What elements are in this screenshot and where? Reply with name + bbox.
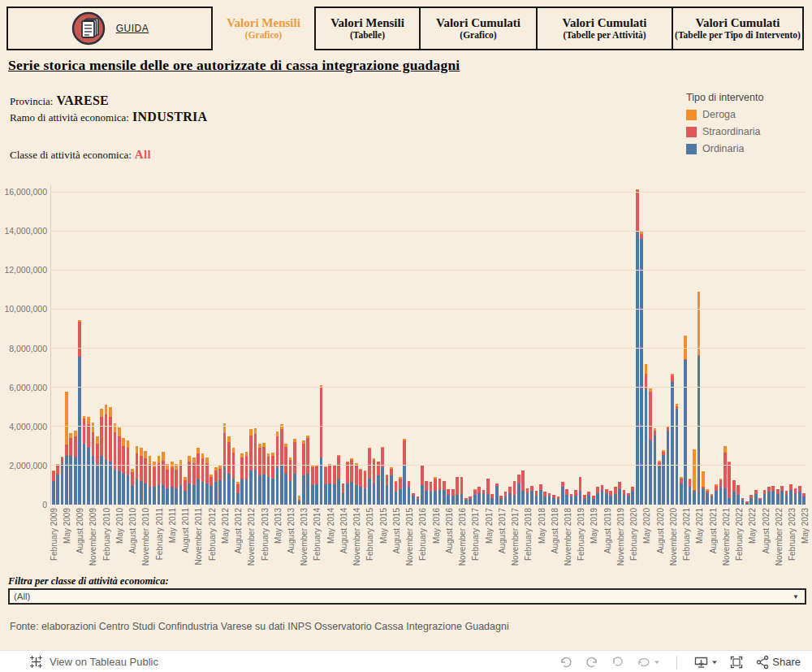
- bar-segment-straordinaria[interactable]: [508, 487, 512, 492]
- bar-segment-deroga[interactable]: [96, 436, 99, 444]
- bar-month-stack[interactable]: [802, 493, 806, 505]
- bar-segment-ordinaria[interactable]: [105, 460, 108, 505]
- bar-segment-ordinaria[interactable]: [517, 483, 520, 505]
- legend-item-straordinaria[interactable]: Straordinaria: [686, 126, 808, 137]
- bar-month-stack[interactable]: [464, 498, 468, 505]
- bar-segment-ordinaria[interactable]: [56, 475, 59, 505]
- bar-segment-ordinaria[interactable]: [118, 471, 121, 505]
- bar-segment-ordinaria[interactable]: [166, 488, 169, 505]
- bar-month-stack[interactable]: [315, 465, 318, 505]
- bar-month-stack[interactable]: [565, 489, 568, 505]
- bar-month-stack[interactable]: [605, 489, 608, 505]
- tab-valori-mensili-tabelle[interactable]: Valori Mensili (Tabelle): [314, 7, 421, 50]
- bar-segment-straordinaria[interactable]: [122, 446, 125, 474]
- bar-segment-straordinaria[interactable]: [399, 479, 402, 489]
- bar-segment-ordinaria[interactable]: [535, 496, 538, 505]
- bar-month-stack[interactable]: [227, 436, 231, 505]
- bar-month-stack[interactable]: [218, 466, 222, 505]
- view-on-tableau-link[interactable]: View on Tableau Public: [50, 656, 158, 668]
- bar-segment-ordinaria[interactable]: [530, 491, 533, 505]
- bar-segment-ordinaria[interactable]: [158, 485, 161, 505]
- bar-segment-straordinaria[interactable]: [333, 466, 336, 484]
- bar-segment-straordinaria[interactable]: [443, 481, 446, 490]
- bar-segment-ordinaria[interactable]: [83, 444, 86, 505]
- bar-month-stack[interactable]: [201, 453, 205, 505]
- bar-segment-straordinaria[interactable]: [430, 482, 433, 492]
- bar-segment-straordinaria[interactable]: [425, 481, 428, 491]
- refresh-icon[interactable]: [637, 655, 660, 670]
- bar-month-stack[interactable]: [417, 496, 420, 505]
- bar-month-stack[interactable]: [583, 495, 586, 505]
- bar-segment-deroga[interactable]: [693, 449, 696, 491]
- bar-segment-straordinaria[interactable]: [614, 487, 617, 493]
- bar-segment-straordinaria[interactable]: [214, 470, 218, 482]
- bar-segment-deroga[interactable]: [74, 431, 77, 436]
- bar-segment-ordinaria[interactable]: [109, 462, 112, 505]
- bar-segment-straordinaria[interactable]: [671, 375, 674, 381]
- bar-segment-ordinaria[interactable]: [592, 499, 595, 505]
- bar-segment-ordinaria[interactable]: [754, 494, 758, 505]
- bar-segment-straordinaria[interactable]: [192, 463, 196, 485]
- bar-month-stack[interactable]: [144, 451, 147, 505]
- bar-month-stack[interactable]: [390, 467, 393, 505]
- bar-segment-ordinaria[interactable]: [548, 496, 551, 505]
- bar-month-stack[interactable]: [587, 492, 590, 505]
- bar-segment-ordinaria[interactable]: [245, 479, 248, 505]
- bar-segment-straordinaria[interactable]: [359, 470, 362, 488]
- bar-month-stack[interactable]: [395, 481, 398, 505]
- bar-month-stack[interactable]: [719, 479, 723, 505]
- bar-month-stack[interactable]: [456, 477, 459, 505]
- bar-segment-straordinaria[interactable]: [236, 484, 240, 493]
- bar-segment-ordinaria[interactable]: [127, 475, 130, 505]
- bar-month-stack[interactable]: [698, 292, 701, 505]
- bar-segment-ordinaria[interactable]: [412, 496, 415, 505]
- bar-segment-ordinaria[interactable]: [403, 466, 406, 505]
- bar-month-stack[interactable]: [355, 463, 358, 505]
- bar-segment-ordinaria[interactable]: [456, 495, 459, 505]
- bar-month-stack[interactable]: [798, 486, 801, 505]
- bar-segment-ordinaria[interactable]: [271, 479, 274, 505]
- bar-segment-ordinaria[interactable]: [417, 499, 420, 505]
- bar-month-stack[interactable]: [693, 449, 696, 505]
- bar-segment-ordinaria[interactable]: [702, 488, 705, 505]
- bar-segment-ordinaria[interactable]: [421, 485, 424, 505]
- bar-segment-ordinaria[interactable]: [114, 470, 117, 505]
- bar-segment-ordinaria[interactable]: [521, 491, 525, 505]
- bar-segment-ordinaria[interactable]: [667, 431, 670, 505]
- bar-segment-ordinaria[interactable]: [52, 481, 55, 505]
- bar-segment-ordinaria[interactable]: [645, 389, 648, 505]
- bar-month-stack[interactable]: [346, 462, 349, 505]
- bar-month-stack[interactable]: [114, 423, 117, 505]
- bar-segment-straordinaria[interactable]: [171, 467, 174, 487]
- bar-segment-ordinaria[interactable]: [758, 500, 762, 505]
- bar-segment-ordinaria[interactable]: [798, 492, 801, 505]
- bar-segment-ordinaria[interactable]: [649, 440, 652, 505]
- bar-segment-ordinaria[interactable]: [364, 488, 367, 505]
- download-icon[interactable]: [693, 655, 718, 670]
- bar-segment-ordinaria[interactable]: [333, 484, 336, 505]
- bar-month-stack[interactable]: [557, 496, 560, 505]
- bar-month-stack[interactable]: [521, 470, 525, 505]
- bar-segment-ordinaria[interactable]: [315, 484, 318, 505]
- bar-segment-ordinaria[interactable]: [346, 483, 349, 505]
- bar-segment-straordinaria[interactable]: [74, 436, 77, 458]
- bar-segment-ordinaria[interactable]: [355, 485, 358, 505]
- bar-month-stack[interactable]: [412, 493, 415, 505]
- bar-segment-ordinaria[interactable]: [513, 495, 516, 505]
- bar-month-stack[interactable]: [645, 364, 648, 505]
- bar-segment-ordinaria[interactable]: [430, 492, 433, 505]
- bar-segment-ordinaria[interactable]: [267, 477, 270, 505]
- bar-segment-straordinaria[interactable]: [798, 486, 801, 492]
- bar-segment-ordinaria[interactable]: [240, 479, 244, 505]
- bar-segment-ordinaria[interactable]: [785, 495, 788, 505]
- bar-segment-ordinaria[interactable]: [324, 484, 327, 505]
- undo-icon[interactable]: [559, 655, 573, 670]
- bar-month-stack[interactable]: [495, 483, 499, 505]
- bar-segment-ordinaria[interactable]: [258, 475, 261, 505]
- bar-segment-deroga[interactable]: [109, 407, 112, 417]
- bar-segment-straordinaria[interactable]: [736, 485, 740, 495]
- bar-segment-straordinaria[interactable]: [175, 470, 178, 488]
- bar-segment-ordinaria[interactable]: [184, 491, 187, 505]
- bar-segment-deroga[interactable]: [249, 429, 253, 435]
- bar-segment-deroga[interactable]: [92, 423, 95, 432]
